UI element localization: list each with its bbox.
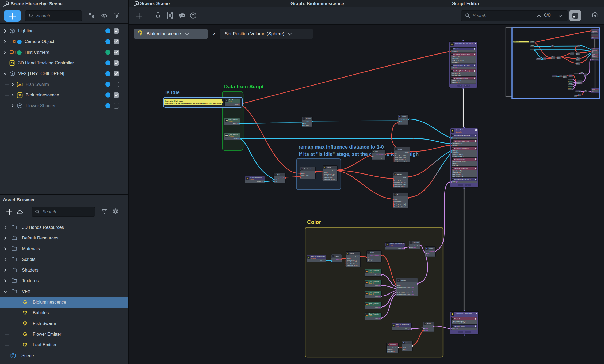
svg-text:λ: λ [411,242,411,243]
svg-text:Remap: Remap [397,194,402,196]
svg-text:1473.03 xyz: 1473.03 xyz [305,121,311,122]
svg-text:xyz ( 4, 0, 0 ): xyz ( 4, 0, 0 ) [278,177,285,179]
svg-text:Mass Min a ( 1 ): Mass Min a ( 1 ) [452,73,461,74]
svg-text:Result a: Result a [403,177,407,178]
svg-text:▣: ▣ [403,342,404,343]
svg-text:Color: Color [396,326,399,327]
svg-text:Area a ( 1 ): Area a ( 1 ) [453,165,459,166]
svg-text:Value a: Value a [394,178,398,180]
svg-text:Lod a ( 0 ): Lod a ( 0 ) [403,349,408,350]
svg-text:Strength a: Strength a [453,145,458,146]
svg-text:Range Max Out a ( 0 ): Range Max Out a ( 0 ) [394,206,406,207]
svg-text:Float Parameter: Float Parameter [229,133,238,135]
svg-text:Set Mass ( Random Range ): Set Mass ( Random Range ) [453,70,470,72]
svg-text:Grayscale: Grayscale [413,242,419,243]
svg-text:Modify Attribute ( Add Force ): Modify Attribute ( Add Force ) [454,135,471,136]
svg-text:N: N [25,333,26,336]
svg-text:Multiply: Multiply [402,116,406,117]
svg-text:∿: ∿ [226,100,227,102]
svg-text:Color: Color [307,219,321,225]
svg-text:Particle : GetAttribute ?: Particle : GetAttribute ? [390,243,404,245]
svg-text:Value a: Value a [324,172,328,173]
svg-text:Kill Particle: Kill Particle [453,48,460,50]
svg-text:Result a: Result a [405,152,409,153]
svg-text:Size Max a ( 0.3 ): Size Max a ( 0.3 ) [452,82,461,83]
svg-text:Add Force ( Attract / Repel ): Add Force ( Attract / Repel ) [454,141,470,142]
svg-text:Result a: Result a [403,197,408,199]
svg-text:●: ● [275,174,276,175]
svg-text:0.03 rgba: 0.03 rgba [429,251,434,252]
svg-text:Alpha Max a ( 1 ): Alpha Max a ( 1 ) [453,170,462,172]
svg-text:Result a: Result a [235,104,239,105]
svg-text:1.23: 1.23 [225,134,228,136]
svg-text:Range Max Out a ( 0 ): Range Max Out a ( 0 ) [395,160,407,162]
svg-text:remap max influence distance t: remap max influence distance to 1-0 [299,144,384,150]
svg-text:Remap: Remap [350,253,354,254]
svg-text:Align to Camera: Align to Camera [454,318,464,320]
svg-text:Range Max In a ( 15 ): Range Max In a ( 15 ) [347,261,358,262]
svg-text:A xyz: A xyz [332,260,335,262]
svg-text:rgba: rgba [409,345,411,347]
svg-text:↗: ↗ [333,255,334,257]
svg-text:Modify Attribute ( Set Color ): Modify Attribute ( Set Color ) [454,179,471,180]
svg-text:Mass Max a ( 5 ): Mass Max a ( 5 ) [452,75,461,76]
svg-text:Add: Add [460,184,462,186]
svg-text:Target Position xyz: Target Position xyz [453,143,463,144]
svg-text:Scale xyz: Scale xyz [453,150,458,152]
svg-text:Drag Coefficient a ( 0.1 ): Drag Coefficient a ( 0.1 ) [453,161,466,162]
svg-text:Position: Position [250,178,254,180]
svg-text:↔: ↔ [368,252,369,253]
svg-text:Color rgba ■: Color rgba ■ [452,67,458,68]
svg-text:Is Idle: Is Idle [165,90,180,95]
svg-text:Axis xyz ( 1, 1, 1 ): Axis xyz ( 1, 1, 1 ) [452,58,461,59]
svg-text:Particle : GetAttribute ?: Particle : GetAttribute ? [311,255,325,257]
svg-text:Multiply: Multiply [306,118,311,119]
svg-text:B rgba: B rgba [424,330,428,331]
svg-text:N: N [25,323,26,325]
svg-text:Multiply: Multiply [429,248,433,249]
svg-text:Gradient 02 Color in ratio % r: Gradient 02 Color in ratio % rgba [397,290,414,292]
svg-text:A a: A a [368,257,369,258]
svg-text:Range Min In a ( -2 ): Range Min In a ( -2 ) [394,201,405,202]
svg-text:Gradient 2 Colour Ratio 0.5 rg: Gradient 2 Colour Ratio 0.5 rgba [397,292,414,293]
svg-text:A rgba: A rgba [426,253,429,254]
svg-text:∿: ∿ [397,280,399,281]
svg-text:Input value 0: Idle stage: Input value 0: Idle stage [165,100,183,102]
svg-text:B a: B a [399,122,401,124]
svg-text:Result a: Result a [355,256,360,257]
svg-text:⑂: ⑂ [302,168,303,169]
svg-text:Modify Attribute ( Set Color ): Modify Attribute ( Set Color ) [453,65,470,66]
svg-text:Color Parameter: Color Parameter [369,270,379,271]
svg-text:UV Circle: UV Circle [390,344,396,346]
svg-text:≡: ≡ [324,167,325,168]
svg-text:Update Particle: Update Particle [456,129,465,131]
svg-text:▦: ▦ [366,292,368,294]
svg-text:Value a: Value a [394,199,398,200]
svg-text:2473.03 xyz: 2473.03 xyz [401,119,407,120]
svg-text:Center a ( 20 ): Center a ( 20 ) [452,56,460,57]
svg-text:B rgba: B rgba [426,254,430,256]
svg-text:≡: ≡ [347,253,348,254]
svg-text:Color rgba: Color rgba [453,181,458,183]
svg-text:A xyz: A xyz [399,121,402,122]
svg-text:Value rgba: Value rgba [375,296,380,297]
svg-text:✦: ✦ [308,257,309,258]
svg-text:Gradient 01 Color in ratio % r: Gradient 01 Color in ratio % rgba [397,287,414,288]
svg-text:B xyz: B xyz [274,181,277,182]
svg-text:Result a: Result a [336,259,341,260]
svg-text:Import: Import [465,85,469,86]
svg-text:Range Max Out a ( 0 ): Range Max Out a ( 0 ) [324,179,335,180]
svg-text:✦: ✦ [247,177,248,179]
svg-text:Offset xyz ( 0, 0, 0 ): Offset xyz ( 0, 0, 0 ) [453,154,463,155]
svg-text:Range Min Out a ( 1 ): Range Min Out a ( 1 ) [394,204,406,206]
svg-text:Bool b: Bool b [301,173,305,174]
svg-text:Color A: Color A [369,272,374,273]
svg-text:Value a: Value a [347,258,351,259]
svg-text:⑂: ⑂ [388,344,389,345]
svg-text:✖: ✖ [304,118,305,119]
svg-text:≡: ≡ [395,173,396,175]
svg-text:Range Min Out a ( 1 ): Range Min Out a ( 1 ) [394,184,406,185]
svg-text:Ratio a: Ratio a [397,285,401,286]
svg-text:Color B: Color B [369,282,374,284]
svg-text:✖: ✖ [426,248,427,249]
